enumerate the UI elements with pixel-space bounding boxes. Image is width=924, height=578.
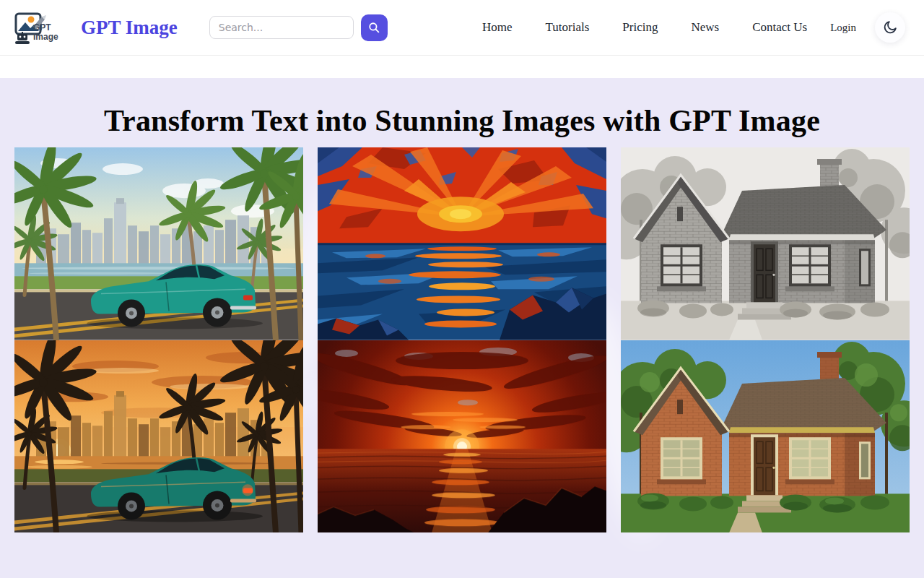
nav-item-home[interactable]: Home — [482, 20, 513, 35]
nav-item-tutorials[interactable]: Tutorials — [546, 20, 590, 35]
house-color-photo-image — [621, 340, 910, 533]
search-button[interactable] — [361, 14, 388, 41]
gallery-item-ocean-sunset-photo[interactable] — [318, 340, 606, 533]
logo-text-top: GPT — [33, 23, 58, 33]
logo-text: GPT Image — [33, 23, 58, 41]
hero-title: Transform Text into Stunning Images with… — [0, 103, 924, 138]
abstract-sunset-painting-image — [318, 147, 606, 340]
header-gap — [0, 56, 924, 78]
car-city-sunset-image — [14, 340, 303, 533]
theme-toggle-button[interactable] — [875, 12, 905, 43]
moon-icon — [882, 20, 898, 35]
ocean-sunset-photo-image — [318, 340, 606, 533]
brand-title: GPT Image — [81, 17, 178, 39]
logo-text-bottom: Image — [33, 33, 58, 42]
hero-section: Transform Text into Stunning Images with… — [0, 78, 924, 578]
site-logo[interactable]: GPT Image — [12, 7, 71, 48]
gallery-item-house-color-photo[interactable] — [621, 340, 910, 533]
car-city-day-image — [14, 147, 303, 340]
nav-item-login[interactable]: Login — [830, 22, 856, 34]
gallery-item-abstract-sunset-painting[interactable] — [318, 147, 606, 340]
search-input[interactable] — [209, 16, 354, 39]
site-header: GPT Image GPT Image Home Tutorials Prici… — [0, 0, 924, 56]
search-icon — [367, 21, 380, 34]
gallery-item-car-city-sunset[interactable] — [14, 340, 303, 533]
search-area — [209, 14, 388, 41]
nav-item-news[interactable]: News — [691, 20, 719, 35]
gallery-item-house-pencil-sketch[interactable] — [621, 147, 910, 340]
nav-item-pricing[interactable]: Pricing — [622, 20, 658, 35]
image-gallery — [0, 147, 924, 532]
nav-item-contact-us[interactable]: Contact Us — [752, 20, 807, 35]
gallery-item-car-city-day[interactable] — [14, 147, 303, 340]
main-nav: Home Tutorials Pricing News Contact Us L… — [482, 20, 856, 35]
house-pencil-sketch-image — [621, 147, 910, 340]
